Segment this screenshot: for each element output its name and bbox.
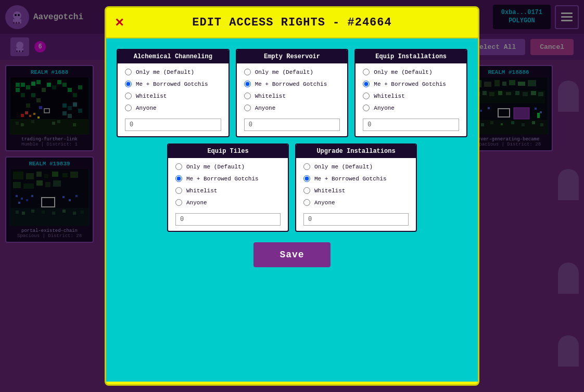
radio-only-me[interactable]: Only me (Default) [363, 69, 459, 75]
perm-card-body: Only me (Default) Me + Borrowed Gotchis … [356, 63, 466, 136]
permissions-bottom-row: Equip Tiles Only me (Default) Me + Borro… [167, 143, 417, 232]
perm-input-equip-installations[interactable] [363, 119, 459, 131]
modal-title: EDIT ACCESS RIGHTS - #24664 [192, 16, 391, 29]
perm-card-header: Alchemical Channeling [118, 50, 228, 63]
perm-card-upgrade-installations: Upgrade Installations Only me (Default) … [295, 143, 417, 232]
perm-card-header: Equip Installations [356, 50, 466, 63]
perm-input-reservoir[interactable] [244, 119, 340, 131]
radio-only-me[interactable]: Only me (Default) [303, 163, 409, 170]
radio-whitelist[interactable]: Whitelist [244, 93, 340, 99]
radio-borrowed[interactable]: Me + Borrowed Gotchis [363, 81, 459, 87]
perm-card-equip-tiles: Equip Tiles Only me (Default) Me + Borro… [167, 143, 289, 232]
radio-borrowed[interactable]: Me + Borrowed Gotchis [244, 81, 340, 87]
radio-borrowed[interactable]: Me + Borrowed Gotchis [175, 175, 281, 182]
modal-close-button[interactable]: ✕ [115, 16, 124, 30]
radio-only-me[interactable]: Only me (Default) [244, 69, 340, 75]
perm-card-body: Only me (Default) Me + Borrowed Gotchis … [118, 63, 228, 136]
radio-whitelist[interactable]: Whitelist [303, 187, 409, 194]
perm-card-header: Empty Reservoir [237, 50, 348, 63]
perm-card-header: Upgrade Installations [296, 145, 416, 158]
radio-whitelist[interactable]: Whitelist [175, 187, 281, 194]
modal-body: Alchemical Channeling Only me (Default) … [106, 38, 478, 382]
radio-borrowed[interactable]: Me + Borrowed Gotchis [303, 175, 409, 182]
perm-card-header: Equip Tiles [168, 145, 288, 158]
perm-card-alchemical: Alchemical Channeling Only me (Default) … [117, 49, 230, 137]
save-button[interactable]: Save [253, 242, 330, 267]
modal-dialog: ✕ EDIT ACCESS RIGHTS - #24664 Alchemical… [105, 6, 479, 386]
radio-only-me[interactable]: Only me (Default) [175, 163, 281, 170]
permissions-top-row: Alchemical Channeling Only me (Default) … [117, 49, 467, 137]
radio-borrowed[interactable]: Me + Borrowed Gotchis [125, 81, 221, 87]
radio-whitelist[interactable]: Whitelist [363, 93, 459, 99]
radio-anyone[interactable]: Anyone [175, 199, 281, 206]
radio-anyone[interactable]: Anyone [303, 199, 409, 206]
perm-input-equip-tiles[interactable] [175, 213, 281, 226]
perm-card-body: Only me (Default) Me + Borrowed Gotchis … [237, 63, 348, 136]
perm-input-alchemical[interactable] [125, 119, 221, 131]
radio-whitelist[interactable]: Whitelist [125, 93, 221, 99]
radio-only-me[interactable]: Only me (Default) [125, 69, 221, 75]
radio-anyone[interactable]: Anyone [363, 104, 459, 111]
perm-card-empty-reservoir: Empty Reservoir Only me (Default) Me + B… [236, 49, 349, 137]
perm-card-body: Only me (Default) Me + Borrowed Gotchis … [168, 158, 288, 231]
modal-overlay: ✕ EDIT ACCESS RIGHTS - #24664 Alchemical… [0, 0, 584, 392]
save-container: Save [117, 242, 467, 267]
perm-input-upgrade-installations[interactable] [303, 213, 409, 226]
radio-anyone[interactable]: Anyone [125, 104, 221, 111]
modal-header: ✕ EDIT ACCESS RIGHTS - #24664 [106, 8, 478, 38]
perm-card-body: Only me (Default) Me + Borrowed Gotchis … [296, 158, 416, 231]
radio-anyone[interactable]: Anyone [244, 104, 340, 111]
perm-card-equip-installations: Equip Installations Only me (Default) Me… [354, 49, 467, 137]
